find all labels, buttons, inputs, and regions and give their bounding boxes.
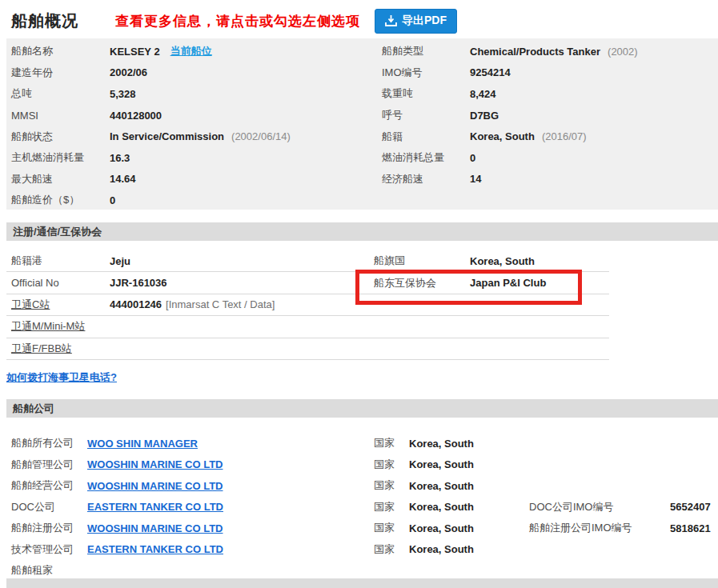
country-value: Korea, South [409, 501, 529, 513]
page-header: 船舶概况 查看更多信息，请点击或勾选左侧选项 导出PDF [11, 6, 710, 35]
country-label: 国家 [374, 458, 409, 472]
country-value: Korea, South [409, 438, 529, 450]
download-icon [385, 15, 397, 26]
field-label: 船舶造价（$） [6, 193, 110, 207]
table-row: 技术管理公司 EASTERN TANKER CO LTD 国家 Korea, S… [6, 539, 718, 561]
field-label: 船舶状态 [6, 130, 110, 144]
satellite-phone-help-link[interactable]: 如何拨打海事卫星电话? [6, 370, 117, 385]
export-pdf-label: 导出PDF [402, 14, 447, 28]
field-label: 船籍 [382, 130, 470, 144]
doc-imo-value: 5652407 [670, 501, 718, 513]
country-label: 国家 [374, 542, 409, 557]
table-row: DOC公司 EASTERN TANKER CO LTD 国家 Korea, So… [6, 497, 718, 518]
field-value: 440128000 [110, 110, 162, 122]
company-role-label: 船舶经营公司 [6, 478, 87, 493]
field-value: 0 [470, 152, 475, 164]
company-link[interactable]: WOOSHIN MARINE CO LTD [87, 480, 223, 492]
table-row: 卫通F/FBB站 [6, 338, 609, 360]
country-value: Korea, South [409, 480, 529, 492]
field-value: 0 [110, 194, 115, 206]
table-row: 主机燃油消耗量 16.3 [6, 147, 382, 169]
inmarsat-c-label[interactable]: 卫通C站 [11, 298, 50, 310]
overview-right-column: 船舶类型 Chemical/Products Tanker (2002) IMO… [382, 41, 718, 190]
field-note: (2002/06/14) [231, 130, 291, 142]
export-pdf-button[interactable]: 导出PDF [375, 9, 457, 34]
country-label: 国家 [374, 521, 409, 535]
notice-text: 查看更多信息，请点击或勾选左侧选项 [115, 12, 360, 30]
company-link[interactable]: WOO SHIN MANAGER [87, 438, 198, 450]
field-value: Chemical/Products Tanker [470, 46, 600, 58]
company-link[interactable]: WOOSHIN MARINE CO LTD [87, 458, 223, 470]
vessel-overview-table: 船舶名称 KELSEY 2 当前船位 建造年份 2002/06 总吨 5,328… [6, 38, 718, 210]
current-position-link[interactable]: 当前船位 [170, 44, 212, 58]
inmarsat-m-label[interactable]: 卫通M/Mini-M站 [11, 320, 85, 332]
registered-imo-label: 船舶注册公司IMO编号 [529, 521, 670, 535]
table-row: 总吨 5,328 [6, 83, 382, 105]
table-row: 卫通M/Mini-M站 [6, 316, 609, 338]
table-row: 船舶经营公司 WOOSHIN MARINE CO LTD 国家 Korea, S… [6, 475, 718, 497]
field-label: 燃油消耗总量 [382, 150, 470, 165]
field-label: MMSI [6, 110, 110, 122]
pandi-club-label: 船东互保协会 [374, 276, 470, 290]
field-label: 船籍港 [6, 254, 110, 268]
company-role-label: 船舶注册公司 [6, 521, 87, 535]
field-label: 载重吨 [382, 86, 470, 101]
field-note: [Inmarsat C Text / Data] [166, 298, 275, 310]
company-link[interactable]: EASTERN TANKER CO LTD [87, 501, 223, 513]
doc-imo-label: DOC公司IMO编号 [529, 500, 670, 514]
field-note: (2002) [608, 46, 638, 58]
field-label: 船旗国 [374, 254, 470, 268]
table-row: 载重吨 8,424 [382, 83, 718, 105]
help-link-row: 如何拨打海事卫星电话? [6, 368, 609, 387]
table-row: MMSI 440128000 [6, 105, 382, 126]
company-role-label: DOC公司 [6, 500, 87, 514]
company-link[interactable]: WOOSHIN MARINE CO LTD [87, 522, 223, 534]
page-title: 船舶概况 [11, 10, 78, 32]
registered-imo-value: 5818621 [670, 522, 718, 534]
field-label: 船舶类型 [382, 44, 470, 58]
table-row: 船舶状态 In Service/Commission (2002/06/14) [6, 126, 382, 147]
field-label: Official No [6, 277, 110, 289]
field-value: D7BG [470, 110, 499, 122]
table-row: 船籍港 Jeju 船旗国 Korea, South [6, 250, 609, 272]
country-value: Korea, South [409, 522, 529, 534]
company-role-label: 船舶租家 [6, 563, 87, 578]
table-row: 经济船速 14 [382, 169, 718, 190]
section-bar-companies: 船舶公司 [6, 399, 718, 418]
country-value: Korea, South [409, 458, 529, 470]
company-link[interactable]: EASTERN TANKER CO LTD [87, 543, 223, 555]
field-value: 2002/06 [110, 66, 147, 78]
table-row: 呼号 D7BG [382, 105, 718, 126]
inmarsat-f-label[interactable]: 卫通F/FBB站 [11, 342, 72, 354]
section-bar-partial [6, 578, 718, 588]
field-value: 8,424 [470, 88, 496, 100]
field-value: JJR-161036 [110, 277, 374, 289]
field-value: Korea, South [470, 130, 535, 142]
pandi-club-value: Japan P&I Club [470, 277, 546, 289]
table-row: 船舶名称 KELSEY 2 当前船位 [6, 41, 382, 62]
overview-left-column: 船舶名称 KELSEY 2 当前船位 建造年份 2002/06 总吨 5,328… [6, 41, 382, 211]
table-row: 船舶造价（$） 0 [6, 190, 382, 211]
field-label: 建造年份 [6, 66, 110, 80]
field-label: 船舶名称 [6, 44, 110, 58]
field-value: 5,328 [110, 88, 136, 100]
field-label: 呼号 [382, 108, 470, 122]
table-row: 建造年份 2002/06 [6, 62, 382, 84]
field-label: 经济船速 [382, 172, 470, 186]
table-row: 船舶类型 Chemical/Products Tanker (2002) [382, 41, 718, 62]
vessel-name-value: KELSEY 2 [110, 46, 160, 58]
field-value: Jeju [110, 255, 374, 267]
country-value: Korea, South [409, 543, 529, 555]
registration-table: 船籍港 Jeju 船旗国 Korea, South Official No JJ… [6, 250, 609, 387]
field-label: 主机燃油消耗量 [6, 150, 110, 165]
company-role-label: 船舶管理公司 [6, 458, 87, 472]
field-value: Korea, South [470, 255, 535, 267]
table-row: 卫通C站 444001246 [Inmarsat C Text / Data] [6, 294, 609, 316]
field-value: In Service/Commission [110, 130, 224, 142]
field-value: 9254214 [470, 66, 511, 78]
table-row: 船舶注册公司 WOOSHIN MARINE CO LTD 国家 Korea, S… [6, 518, 718, 539]
company-role-label: 船舶所有公司 [6, 436, 87, 450]
country-label: 国家 [374, 436, 409, 450]
table-row: 最大船速 14.64 [6, 169, 382, 190]
field-label: 最大船速 [6, 172, 110, 186]
